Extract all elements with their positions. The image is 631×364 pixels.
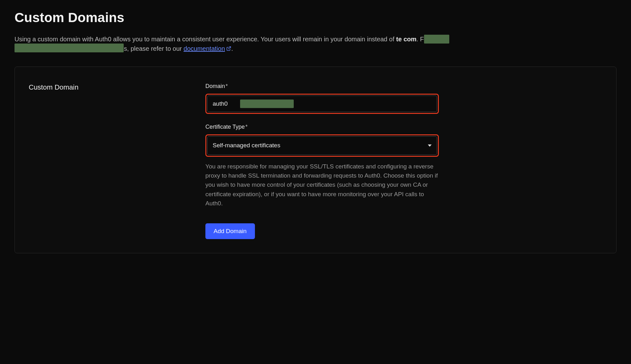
chevron-down-icon: [428, 144, 432, 147]
required-mark: *: [226, 83, 228, 89]
external-link-icon: [226, 46, 231, 51]
page-title: Custom Domains: [15, 8, 616, 27]
certificate-type-help-text: You are responsible for managing your SS…: [205, 162, 439, 208]
domain-label: Domain*: [205, 82, 439, 91]
add-domain-button[interactable]: Add Domain: [205, 223, 255, 239]
svg-line-0: [228, 47, 231, 49]
required-mark: *: [245, 124, 248, 130]
redaction-block: [424, 35, 449, 44]
desc-text-1: Using a custom domain with Auth0 allows …: [15, 36, 396, 43]
section-title: Custom Domain: [29, 82, 186, 92]
certificate-type-select[interactable]: Self-managed certificates: [207, 136, 437, 155]
certificate-type-label: Certificate Type*: [205, 123, 439, 131]
page-description: Using a custom domain with Auth0 allows …: [15, 34, 437, 53]
desc-tenant-prefix: te: [396, 36, 402, 43]
domain-highlight: [205, 94, 439, 114]
desc-tenant-suffix: com: [404, 36, 416, 43]
documentation-link[interactable]: documentation: [184, 45, 231, 52]
desc-text-3: .: [231, 45, 233, 52]
redaction-block: [240, 100, 294, 108]
certificate-type-selected-value: Self-managed certificates: [213, 141, 280, 150]
redaction-block: [15, 44, 124, 52]
custom-domain-card: Custom Domain Domain* Certificate Type* …: [15, 67, 616, 253]
certificate-type-highlight: Self-managed certificates: [205, 134, 439, 157]
